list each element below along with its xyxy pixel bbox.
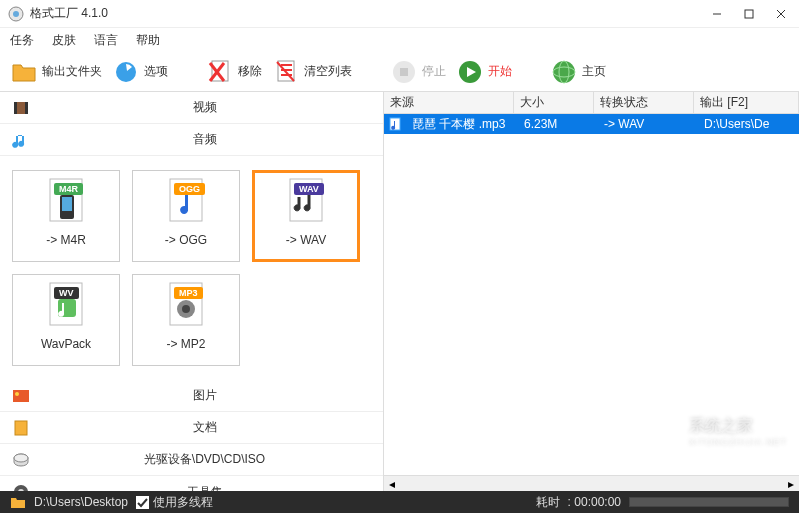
clear-icon	[272, 58, 300, 86]
globe-icon	[550, 58, 578, 86]
svg-rect-44	[136, 496, 149, 509]
document-icon	[12, 419, 30, 437]
video-icon	[12, 99, 30, 117]
minimize-button[interactable]	[707, 4, 727, 24]
window-title: 格式工厂 4.1.0	[30, 5, 707, 22]
list-header: 来源 大小 转换状态 输出 [F2]	[384, 92, 799, 114]
svg-rect-24	[25, 102, 28, 114]
category-tools[interactable]: 工具集	[0, 476, 383, 491]
menu-task[interactable]: 任务	[10, 32, 34, 49]
format-mp2[interactable]: MP3 -> MP2	[132, 274, 240, 366]
disc-icon	[12, 451, 30, 469]
elapsed-value: : 00:00:00	[568, 495, 621, 509]
format-m4r[interactable]: M4R -> M4R	[12, 170, 120, 262]
svg-point-38	[14, 454, 28, 462]
options-button[interactable]: 选项	[112, 58, 168, 86]
svg-point-6	[116, 62, 136, 82]
file-icon	[388, 117, 402, 131]
status-path[interactable]: D:\Users\Desktop	[34, 495, 128, 509]
svg-rect-3	[745, 10, 753, 18]
audio-icon	[12, 131, 30, 149]
menubar: 任务 皮肤 语言 帮助	[0, 28, 799, 52]
category-image[interactable]: 图片	[0, 380, 383, 412]
left-panel: 视频 音频 M4R -> M4R OGG -> OGG	[0, 92, 384, 491]
menu-help[interactable]: 帮助	[136, 32, 160, 49]
svg-point-34	[182, 305, 190, 313]
menu-language[interactable]: 语言	[94, 32, 118, 49]
svg-rect-23	[14, 102, 17, 114]
format-ogg[interactable]: OGG -> OGG	[132, 170, 240, 262]
options-icon	[112, 58, 140, 86]
format-grid: M4R -> M4R OGG -> OGG WAV -> WAV	[0, 156, 383, 380]
output-folder-button[interactable]: 输出文件夹	[10, 58, 102, 86]
svg-rect-42	[662, 426, 680, 440]
svg-rect-27	[62, 197, 72, 211]
titlebar: 格式工厂 4.1.0	[0, 0, 799, 28]
horizontal-scrollbar[interactable]: ◂ ▸	[384, 475, 799, 491]
format-wavpack[interactable]: WV WavPack	[12, 274, 120, 366]
start-icon	[456, 58, 484, 86]
category-video[interactable]: 视频	[0, 92, 383, 124]
svg-point-19	[553, 61, 575, 83]
category-document[interactable]: 文档	[0, 412, 383, 444]
menu-skin[interactable]: 皮肤	[52, 32, 76, 49]
folder-icon	[10, 58, 38, 86]
stop-button[interactable]: 停止	[390, 58, 446, 86]
watermark: 系统之家 XITONGZHIJIA.NET	[659, 416, 787, 447]
stop-icon	[390, 58, 418, 86]
home-button[interactable]: 主页	[550, 58, 606, 86]
right-panel: 来源 大小 转换状态 输出 [F2] 琵琶 千本樱 .mp3 6.23M -> …	[384, 92, 799, 491]
scroll-left-icon[interactable]: ◂	[384, 476, 400, 492]
image-icon	[12, 387, 30, 405]
remove-button[interactable]: 移除	[206, 58, 262, 86]
app-icon	[8, 6, 24, 22]
col-state[interactable]: 转换状态	[594, 92, 694, 113]
folder-small-icon	[10, 495, 26, 509]
format-wav[interactable]: WAV -> WAV	[252, 170, 360, 262]
col-size[interactable]: 大小	[514, 92, 594, 113]
svg-point-36	[15, 392, 19, 396]
svg-rect-37	[15, 421, 27, 435]
col-source[interactable]: 来源	[384, 92, 514, 113]
main-area: 视频 音频 M4R -> M4R OGG -> OGG	[0, 92, 799, 491]
list-body[interactable]: 琵琶 千本樱 .mp3 6.23M -> WAV D:\Users\De 系统之…	[384, 114, 799, 475]
maximize-button[interactable]	[739, 4, 759, 24]
progress-bar	[629, 497, 789, 507]
start-button[interactable]: 开始	[456, 58, 512, 86]
clear-button[interactable]: 清空列表	[272, 58, 352, 86]
list-row[interactable]: 琵琶 千本樱 .mp3 6.23M -> WAV D:\Users\De	[384, 114, 799, 134]
svg-rect-16	[400, 68, 408, 76]
svg-rect-35	[13, 390, 29, 402]
category-audio[interactable]: 音频	[0, 124, 383, 156]
remove-icon	[206, 58, 234, 86]
statusbar: D:\Users\Desktop 使用多线程 耗时 : 00:00:00	[0, 491, 799, 513]
toolbar: 输出文件夹 选项 移除 清空列表 停止 开始 主页	[0, 52, 799, 92]
close-button[interactable]	[771, 4, 791, 24]
col-output[interactable]: 输出 [F2]	[694, 92, 799, 113]
gear-icon	[12, 483, 30, 491]
scroll-right-icon[interactable]: ▸	[783, 476, 799, 492]
category-disc[interactable]: 光驱设备\DVD\CD\ISO	[0, 444, 383, 476]
svg-point-1	[13, 11, 19, 17]
elapsed-label: 耗时	[536, 494, 560, 511]
multithread-checkbox[interactable]: 使用多线程	[136, 494, 213, 511]
